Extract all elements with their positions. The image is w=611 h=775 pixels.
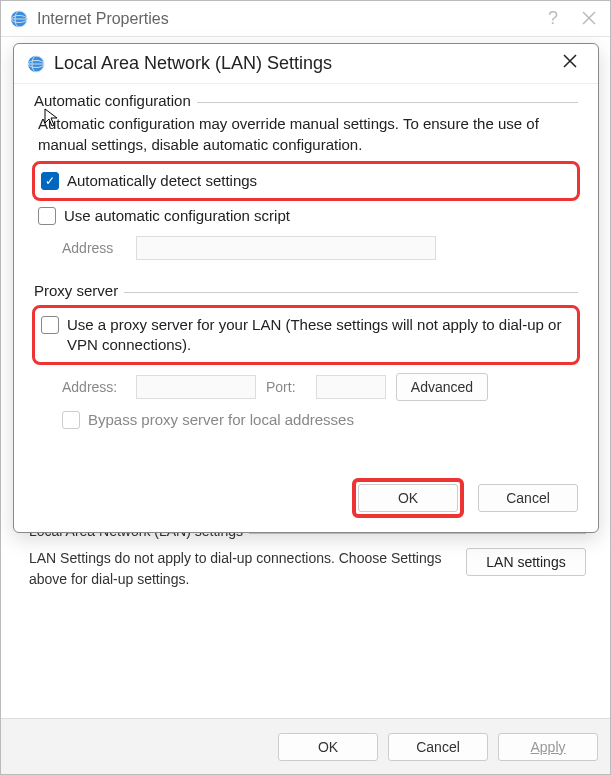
help-icon[interactable]: ?: [548, 8, 558, 29]
proxy-address-label: Address:: [62, 379, 126, 395]
bypass-label: Bypass proxy server for local addresses: [88, 410, 354, 430]
lan-description: LAN Settings do not apply to dial-up con…: [29, 548, 450, 590]
use-proxy-label: Use a proxy server for your LAN (These s…: [67, 315, 571, 356]
dialog-body: Automatic configuration Automatic config…: [14, 84, 598, 457]
script-address-input[interactable]: [136, 236, 436, 260]
advanced-button[interactable]: Advanced: [396, 373, 488, 401]
parent-apply-button[interactable]: Apply: [498, 733, 598, 761]
globe-icon: [9, 9, 29, 29]
auto-config-groupbox: Automatic configuration Automatic config…: [34, 102, 578, 274]
parent-footer: OK Cancel Apply: [1, 718, 610, 774]
script-address-label: Address: [62, 240, 126, 256]
use-proxy-checkbox[interactable]: [41, 316, 59, 334]
use-proxy-row[interactable]: Use a proxy server for your LAN (These s…: [41, 312, 571, 359]
proxy-port-label: Port:: [266, 379, 306, 395]
lan-settings-groupbox: Local Area Network (LAN) settings LAN Se…: [29, 533, 586, 590]
globe-icon: [26, 54, 46, 74]
detect-settings-row[interactable]: ✓ Automatically detect settings: [41, 168, 571, 194]
dialog-titlebar: Local Area Network (LAN) Settings: [14, 44, 598, 84]
parent-title: Internet Properties: [37, 10, 548, 28]
dialog-ok-button[interactable]: OK: [358, 484, 458, 512]
proxy-address-input[interactable]: [136, 375, 256, 399]
highlight-ok: OK: [352, 478, 464, 518]
dialog-cancel-button[interactable]: Cancel: [478, 484, 578, 512]
highlight-proxy: Use a proxy server for your LAN (These s…: [32, 305, 580, 366]
detect-settings-checkbox[interactable]: ✓: [41, 172, 59, 190]
auto-config-label: Automatic configuration: [34, 92, 197, 109]
dialog-title: Local Area Network (LAN) Settings: [54, 53, 554, 74]
highlight-detect: ✓ Automatically detect settings: [32, 161, 580, 201]
internet-properties-window: Internet Properties ? Local Area Network…: [0, 0, 611, 775]
dialog-close-button[interactable]: [554, 49, 586, 78]
proxy-groupbox: Proxy server Use a proxy server for your…: [34, 292, 578, 448]
lan-settings-button[interactable]: LAN settings: [466, 548, 586, 576]
bypass-checkbox[interactable]: [62, 411, 80, 429]
script-address-row: Address: [38, 230, 574, 260]
proxy-groupbox-label: Proxy server: [34, 282, 124, 299]
dialog-footer: OK Cancel: [352, 478, 578, 518]
use-script-checkbox[interactable]: [38, 207, 56, 225]
bypass-row[interactable]: Bypass proxy server for local addresses: [38, 407, 574, 433]
parent-cancel-button[interactable]: Cancel: [388, 733, 488, 761]
parent-titlebar: Internet Properties ?: [1, 1, 610, 37]
use-script-row[interactable]: Use automatic configuration script: [38, 203, 574, 229]
lan-settings-dialog: Local Area Network (LAN) Settings Automa…: [13, 43, 599, 533]
auto-config-desc: Automatic configuration may override man…: [38, 113, 574, 155]
parent-close-button[interactable]: [576, 7, 602, 30]
detect-settings-label: Automatically detect settings: [67, 171, 257, 191]
proxy-address-row: Address: Port: Advanced: [38, 367, 574, 401]
parent-ok-button[interactable]: OK: [278, 733, 378, 761]
proxy-port-input[interactable]: [316, 375, 386, 399]
use-script-label: Use automatic configuration script: [64, 206, 290, 226]
